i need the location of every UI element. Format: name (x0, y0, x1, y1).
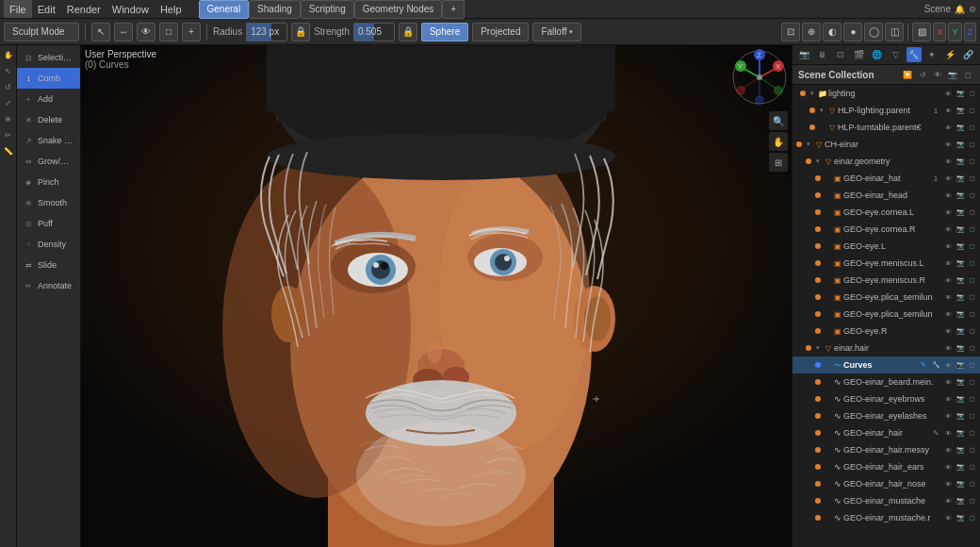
cam-geo-eyebrows[interactable]: 📷 (955, 393, 966, 405)
tree-item-curves[interactable]: 〜 Curves ✎ 🔧 👁 📷 ◻ (792, 356, 980, 373)
eye-geo-plica-2[interactable]: 👁 (942, 308, 954, 320)
rp-icon-world[interactable]: 🌐 (870, 47, 885, 62)
sel-einar-geometry[interactable]: ◻ (967, 156, 978, 167)
sel-geo-mustache-r[interactable]: ◻ (967, 512, 978, 523)
toolbar-icon-view[interactable]: 👁 (137, 23, 155, 41)
viewport[interactable]: User Perspective (0) Curves X Y Z (81, 45, 792, 547)
rp-icon-output[interactable]: 🖥 (814, 47, 829, 62)
tool-slide[interactable]: ⇄ Slide (17, 255, 80, 275)
sel-lighting[interactable]: ◻ (967, 88, 978, 99)
tree-item-geo-meniscus-l[interactable]: ▣ GEO-eye.meniscus.L 👁 📷 ◻ (792, 255, 980, 272)
sel-geo-plica-1[interactable]: ◻ (967, 291, 978, 303)
eye-geo-cornea-l[interactable]: 👁 (942, 207, 954, 218)
tool-annotate[interactable]: ✏ Annotate (17, 275, 80, 296)
eye-geo-mustache[interactable]: 👁 (942, 495, 954, 506)
toolbar-icon-cursor[interactable]: ↖ (91, 23, 110, 41)
vp-icon-magnify[interactable]: 🔍 (769, 111, 788, 130)
top-right-icon-2[interactable]: ⚙ (969, 5, 976, 14)
tool-add[interactable]: + Add (17, 89, 80, 109)
cam-geo-eyelashes[interactable]: 📷 (955, 410, 966, 422)
cam-hlp-lighting[interactable]: 📷 (955, 105, 966, 116)
eye-ch-einar[interactable]: 👁 (942, 139, 954, 150)
left-icon-move[interactable]: ↖ (1, 63, 16, 78)
outliner-tree[interactable]: ▾ 📁 lighting 👁 📷 ◻ ▾ ▽ HLP-lighting.pare… (792, 85, 980, 547)
navigation-gizmo[interactable]: X Y Z (731, 49, 788, 106)
radius-input[interactable] (246, 23, 287, 41)
sel-geo-cornea-r[interactable]: ◻ (967, 224, 978, 235)
toolbar-icon-select[interactable]: □ (159, 23, 178, 41)
tree-item-lighting[interactable]: ▾ 📁 lighting 👁 📷 ◻ (792, 85, 980, 102)
sel-geo-hair-messy[interactable]: ◻ (967, 444, 978, 456)
cam-geo-eye-r[interactable]: 📷 (955, 325, 966, 337)
tool-pinch[interactable]: ◈ Pinch (17, 172, 80, 192)
cam-geo-cornea-r[interactable]: 📷 (955, 224, 966, 235)
tool-puff[interactable]: ⊙ Puff (17, 213, 80, 234)
vp-icon-grid[interactable]: ⊞ (769, 153, 788, 172)
viewport-shade-3[interactable]: ◯ (864, 23, 883, 41)
projected-button[interactable]: Projected (472, 23, 529, 41)
viewport-shade-4[interactable]: ◫ (885, 23, 904, 41)
outliner-sync-icon[interactable]: ↺ (916, 68, 929, 81)
rp-icon-physics[interactable]: ⚡ (943, 47, 958, 62)
cam-geo-meniscus-l[interactable]: 📷 (955, 257, 966, 269)
workspace-tab-shading[interactable]: Shading (249, 0, 301, 19)
tool-density[interactable]: ⁘ Density (17, 234, 80, 255)
cam-geo-mustache[interactable]: 📷 (955, 495, 966, 506)
rp-icon-particles[interactable]: ✦ (924, 47, 939, 62)
tree-item-geo-meniscus-r[interactable]: ▣ GEO-eye.meniscus.R 👁 📷 ◻ (792, 272, 980, 289)
workspace-tab-general[interactable]: General (199, 0, 250, 19)
sel-geo-eyelashes[interactable]: ◻ (967, 410, 978, 422)
tree-item-einar-hair[interactable]: ▾ ▽ einar.hair 👁 📷 ◻ (792, 340, 980, 356)
left-icon-scale[interactable]: ⤢ (1, 95, 16, 110)
gizmo-icon[interactable]: ⊕ (802, 23, 821, 41)
cam-geo-mustache-r[interactable]: 📷 (955, 512, 966, 523)
sel-geo-eye-r[interactable]: ◻ (967, 325, 978, 337)
menu-item-edit[interactable]: Edit (32, 0, 61, 18)
workspace-tab-geometry-nodes[interactable]: Geometry Nodes (354, 0, 443, 19)
sel-curves[interactable]: ◻ (967, 359, 978, 371)
eye-geo-cornea-r[interactable]: 👁 (942, 224, 954, 235)
eye-geo-mustache-r[interactable]: 👁 (942, 512, 954, 523)
rp-icon-object[interactable]: ▽ (888, 47, 903, 62)
eye-geo-hair-ears[interactable]: 👁 (942, 461, 954, 472)
cam-geo-hair-messy[interactable]: 📷 (955, 444, 966, 456)
tree-item-geo-beard[interactable]: ∿ GEO-einar_beard.mein. 👁 📷 ◻ (792, 373, 980, 390)
left-icon-annotate[interactable]: ✏ (1, 127, 16, 142)
sel-hlp-turntable[interactable]: ◻ (967, 122, 978, 133)
eye-geo-eyebrows[interactable]: 👁 (942, 393, 954, 405)
rp-icon-scene[interactable]: 🎬 (851, 47, 866, 62)
strength-input[interactable] (353, 23, 395, 41)
top-right-icon-1[interactable]: 🔔 (955, 5, 965, 14)
outliner-eye-icon[interactable]: 👁 (931, 68, 944, 81)
sel-geo-eyebrows[interactable]: ◻ (967, 393, 978, 405)
xray-toggle[interactable]: ▧ (912, 23, 931, 41)
tree-item-geo-eye-r[interactable]: ▣ GEO-eye.R 👁 📷 ◻ (792, 323, 980, 340)
rp-icon-view-layer[interactable]: ⊡ (833, 47, 848, 62)
sel-geo-head[interactable]: ◻ (967, 190, 978, 201)
rp-icon-modifier[interactable]: 🔧 (906, 47, 922, 62)
tree-item-geo-hair-ears[interactable]: ∿ GEO-einar_hair_ears 👁 📷 ◻ (792, 458, 980, 475)
tree-item-geo-hair-nose[interactable]: ∿ GEO-einar_hair_nose 👁 📷 ◻ (792, 475, 980, 492)
tool-comb[interactable]: ⫶ Comb (17, 68, 80, 89)
cam-geo-cornea-l[interactable]: 📷 (955, 207, 966, 218)
cam-hlp-turntable[interactable]: 📷 (955, 122, 966, 133)
vp-icon-hand[interactable]: ✋ (769, 132, 788, 151)
cam-einar-geometry[interactable]: 📷 (955, 156, 966, 167)
tree-item-geo-eyebrows[interactable]: ∿ GEO-einar_eyebrows 👁 📷 ◻ (792, 390, 980, 407)
eye-geo-head[interactable]: 👁 (942, 190, 954, 201)
cam-geo-meniscus-r[interactable]: 📷 (955, 274, 966, 286)
left-icon-transform[interactable]: ⊕ (1, 111, 16, 126)
eye-geo-beard[interactable]: 👁 (942, 376, 954, 388)
cam-geo-beard[interactable]: 📷 (955, 376, 966, 388)
sel-hlp-lighting[interactable]: ◻ (967, 105, 978, 116)
viewport-shade-2[interactable]: ● (843, 23, 862, 41)
cam-ch-einar[interactable]: 📷 (955, 139, 966, 150)
sel-geo-beard[interactable]: ◻ (967, 376, 978, 388)
toolbar-icon-move[interactable]: ↔ (114, 23, 133, 41)
brush-type-sphere[interactable]: Sphere (421, 23, 468, 41)
cam-geo-head[interactable]: 📷 (955, 190, 966, 201)
left-icon-measure[interactable]: 📏 (1, 143, 16, 158)
workspace-tab-scripting[interactable]: Scripting (301, 0, 354, 19)
eye-einar-hair[interactable]: 👁 (942, 342, 954, 354)
tree-item-geo-cornea-l[interactable]: ▣ GEO-eye.cornea.L 👁 📷 ◻ (792, 204, 980, 221)
